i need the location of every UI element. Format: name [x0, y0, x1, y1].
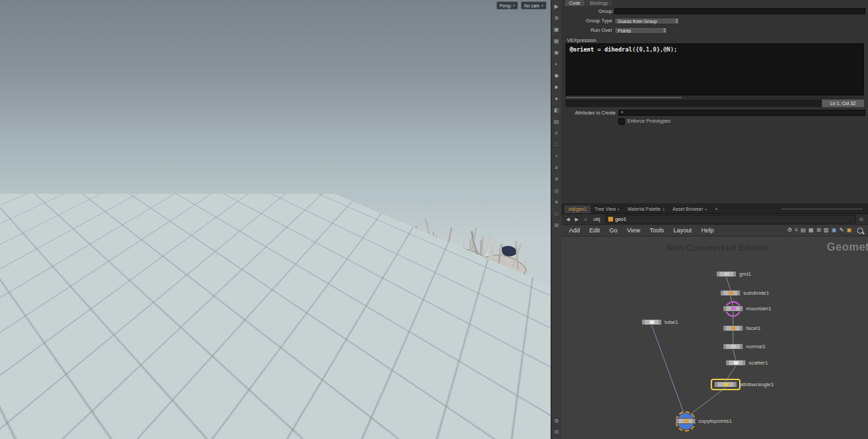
- network-canvas[interactable]: Non-Commercial Edition Geometry grid1sub…: [561, 236, 868, 439]
- select-tool-icon[interactable]: ▶: [551, 1, 561, 12]
- snap-icon[interactable]: ▦: [551, 36, 561, 46]
- pane-divider-handle[interactable]: [781, 209, 863, 209]
- panes-icon[interactable]: ⊞: [816, 226, 821, 234]
- edit-badge-icon[interactable]: ✎: [840, 226, 844, 234]
- menu-edit[interactable]: Edit: [585, 227, 605, 234]
- forward-icon[interactable]: ▶: [574, 217, 580, 222]
- menu-tools[interactable]: Tools: [645, 227, 669, 234]
- node-body[interactable]: [723, 343, 743, 350]
- pose-icon[interactable]: ◉: [551, 47, 561, 58]
- lock-icon[interactable]: ▣: [551, 24, 561, 35]
- node-label: subdivide1: [743, 290, 769, 296]
- node-label: mountain1: [746, 306, 771, 312]
- code-status-bar: Ln 1, Col 32: [566, 100, 864, 107]
- node-body[interactable]: [720, 290, 741, 296]
- attributes-to-create-input[interactable]: [618, 110, 865, 116]
- node-body[interactable]: [675, 418, 696, 424]
- node-label: copytopoints1: [698, 418, 732, 424]
- wireframe-icon[interactable]: ▤: [551, 117, 561, 127]
- pane-tab-obj-geo1[interactable]: obj/geo1: [564, 205, 591, 213]
- node-attribwrangle1[interactable]: attribwrangle1: [714, 381, 737, 388]
- node-scatter1[interactable]: scatter1: [726, 360, 746, 366]
- group-type-dropdown[interactable]: Guess from Group ▴▾: [614, 18, 679, 24]
- context-label[interactable]: obj: [591, 216, 602, 222]
- columns-icon[interactable]: ▥: [824, 226, 829, 234]
- axis-icon[interactable]: +: [551, 151, 561, 161]
- node-grid1[interactable]: grid1: [716, 271, 736, 277]
- tab-code[interactable]: Code: [565, 0, 585, 6]
- right-panel: Code Bindings Group Group Type Guess fro…: [561, 0, 868, 439]
- pane-tab--[interactable]: +: [711, 205, 722, 213]
- tab-bindings[interactable]: Bindings: [586, 0, 612, 6]
- node-facet1[interactable]: facet1: [723, 325, 743, 331]
- home-icon[interactable]: ⌂: [583, 217, 589, 222]
- cut-icon[interactable]: ✕: [551, 174, 561, 184]
- display-icon[interactable]: ●: [551, 93, 561, 104]
- view-icon[interactable]: ◎: [551, 186, 561, 196]
- camera-persp-button[interactable]: Persp ▾: [496, 1, 519, 9]
- thumbnails-icon[interactable]: ▦: [808, 226, 814, 234]
- pane-tab-asset-browser[interactable]: Asset Browser▾: [669, 205, 711, 213]
- menu-icon-group: ⚙≡▤▦⊞▥▣✎▣: [787, 226, 852, 234]
- color-palette-icon[interactable]: ▣: [846, 226, 852, 234]
- run-over-dropdown[interactable]: Points ▴▾: [614, 27, 667, 34]
- measure-icon[interactable]: #: [551, 163, 561, 173]
- node-label: facet1: [746, 325, 761, 331]
- customize-icon[interactable]: ⚙: [787, 226, 792, 234]
- character-icon[interactable]: ◆: [551, 70, 561, 81]
- points-icon[interactable]: ∴: [551, 140, 561, 150]
- code-scrollbar[interactable]: [566, 96, 864, 99]
- node-body[interactable]: [716, 271, 736, 277]
- menu-view[interactable]: View: [623, 227, 645, 234]
- menu-go[interactable]: Go: [605, 227, 623, 234]
- vex-code-editor[interactable]: @orient = dihedral({0,1,0},@N);: [566, 43, 864, 96]
- back-icon[interactable]: ◀: [565, 217, 571, 222]
- node-body[interactable]: [726, 360, 746, 366]
- network-overview-icon[interactable]: ▣: [831, 226, 837, 234]
- objects-icon[interactable]: ■: [551, 82, 561, 92]
- menu-help[interactable]: Help: [696, 227, 719, 234]
- light-icon[interactable]: ☀: [551, 197, 561, 207]
- grid-toggle-icon[interactable]: ⊞: [551, 220, 561, 230]
- node-body[interactable]: [723, 306, 743, 312]
- node-body[interactable]: [642, 319, 662, 325]
- scene-viewport[interactable]: Persp ▾ No cam ▾: [0, 0, 551, 439]
- network-menu-bar: AddEditGoViewToolsLayoutHelp ⚙≡▤▦⊞▥▣✎▣: [561, 225, 868, 236]
- current-node-label: geo1: [615, 216, 627, 222]
- camera-icon[interactable]: □: [551, 209, 561, 219]
- node-normal1[interactable]: normal1: [723, 343, 743, 350]
- normals-icon[interactable]: ≡: [551, 128, 561, 138]
- shade-mode-icon[interactable]: ◧: [551, 105, 561, 115]
- spinner-icon[interactable]: ▴▾: [676, 18, 677, 24]
- enforce-prototypes-checkbox[interactable]: [618, 119, 625, 125]
- magnifier-icon[interactable]: [857, 228, 863, 234]
- menu-layout[interactable]: Layout: [669, 227, 696, 234]
- menu-items: AddEditGoViewToolsLayoutHelp: [564, 227, 718, 234]
- handles-icon[interactable]: ⊕: [551, 13, 561, 23]
- group-input[interactable]: [614, 8, 865, 14]
- node-tube1[interactable]: tube1: [642, 319, 662, 325]
- node-type-icon: [728, 291, 733, 295]
- pin-icon[interactable]: ⊙: [859, 217, 865, 222]
- spinner-icon[interactable]: ▴▾: [664, 28, 665, 33]
- parameter-pane: Code Bindings Group Group Type Guess fro…: [561, 0, 868, 203]
- menu-add[interactable]: Add: [564, 227, 585, 234]
- node-copytopoints1[interactable]: copytopoints1: [675, 418, 696, 424]
- tree-icon[interactable]: ≡: [795, 226, 798, 234]
- node-type-icon: [650, 320, 654, 324]
- node-body[interactable]: [723, 325, 743, 331]
- orbit-icon[interactable]: ◐: [551, 59, 561, 69]
- node-type-icon: [731, 307, 736, 310]
- list-icon[interactable]: ▤: [801, 226, 806, 234]
- layout-toggle-icon[interactable]: ⊟: [551, 429, 561, 435]
- settings-gear-icon[interactable]: ⚙: [551, 418, 561, 424]
- network-path-field[interactable]: geo1: [605, 215, 856, 224]
- node-label: grid1: [739, 271, 751, 277]
- node-mountain1[interactable]: mountain1: [723, 306, 743, 312]
- camera-select-button[interactable]: No cam ▾: [521, 1, 547, 9]
- geometry-node-icon: [608, 217, 613, 222]
- pane-tab-tree-view[interactable]: Tree View▾: [591, 205, 624, 213]
- pane-tab-material-palette[interactable]: Material Palette▾: [624, 205, 669, 213]
- node-subdivide1[interactable]: subdivide1: [720, 290, 741, 296]
- node-body[interactable]: [714, 381, 737, 388]
